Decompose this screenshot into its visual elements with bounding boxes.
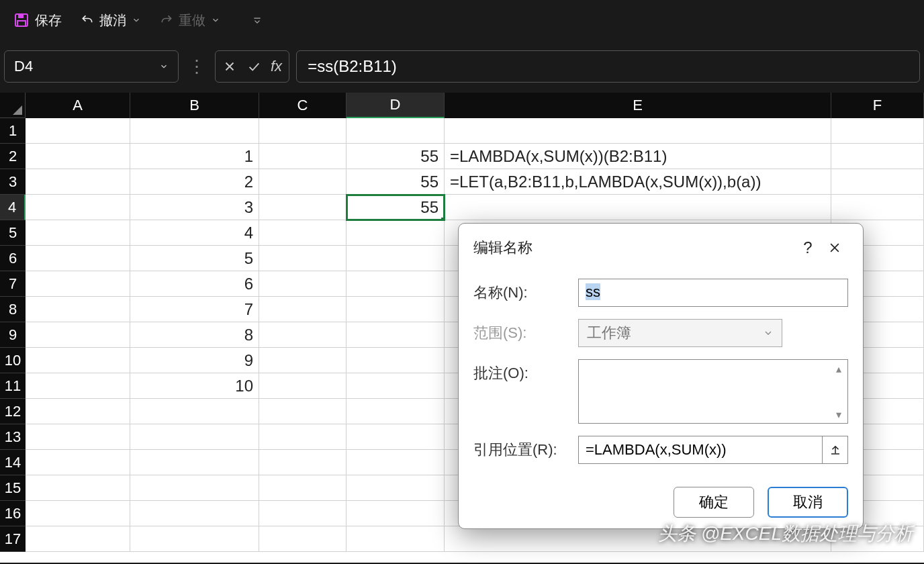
chevron-down-icon[interactable] [211, 15, 220, 25]
name-box[interactable]: D4 [4, 50, 179, 83]
cell-D9[interactable] [346, 322, 445, 348]
cell-B11[interactable]: 10 [130, 373, 259, 399]
cell-B3[interactable]: 2 [130, 169, 259, 195]
comment-textarea[interactable]: ▴ ▾ [578, 359, 848, 424]
ok-button[interactable]: 确定 [674, 487, 754, 518]
cell-D13[interactable] [346, 424, 445, 450]
chevron-down-icon[interactable] [132, 15, 141, 25]
cell-D5[interactable] [346, 220, 445, 246]
cell-C6[interactable] [259, 246, 346, 271]
select-all-corner[interactable] [0, 93, 26, 118]
cell-B16[interactable] [130, 501, 259, 526]
formula-input[interactable]: =ss(B2:B11) [296, 50, 920, 83]
cell-A1[interactable] [26, 118, 130, 144]
cell-A4[interactable] [26, 195, 130, 220]
cell-A8[interactable] [26, 297, 130, 322]
cell-B17[interactable] [130, 526, 259, 552]
cell-C15[interactable] [259, 475, 346, 501]
cell-B7[interactable]: 6 [130, 271, 259, 297]
close-button[interactable] [821, 234, 848, 261]
cell-A16[interactable] [26, 501, 130, 526]
scroll-up-icon[interactable]: ▴ [831, 361, 846, 376]
cell-E4[interactable] [445, 195, 831, 220]
row-header-6[interactable]: 6 [0, 246, 26, 271]
cell-D16[interactable] [346, 501, 445, 526]
cell-E2[interactable]: =LAMBDA(x,SUM(x))(B2:B11) [445, 144, 831, 169]
row-header-1[interactable]: 1 [0, 118, 26, 144]
scroll-down-icon[interactable]: ▾ [831, 407, 846, 422]
collapse-dialog-button[interactable] [823, 436, 848, 464]
name-input[interactable]: ss [578, 279, 848, 307]
cell-C9[interactable] [259, 322, 346, 348]
cell-A3[interactable] [26, 169, 130, 195]
cell-D2[interactable]: 55 [346, 144, 445, 169]
cell-A14[interactable] [26, 450, 130, 475]
cell-B13[interactable] [130, 424, 259, 450]
cancel-icon[interactable] [222, 59, 237, 74]
cell-C2[interactable] [259, 144, 346, 169]
cell-D6[interactable] [346, 246, 445, 271]
cell-A12[interactable] [26, 399, 130, 424]
row-header-3[interactable]: 3 [0, 169, 26, 195]
cell-D4[interactable]: 55 [346, 195, 445, 220]
cell-F3[interactable] [831, 169, 924, 195]
cell-C1[interactable] [259, 118, 346, 144]
row-header-11[interactable]: 11 [0, 373, 26, 399]
row-header-5[interactable]: 5 [0, 220, 26, 246]
fx-icon[interactable]: fx [271, 58, 282, 75]
cell-F1[interactable] [831, 118, 924, 144]
cell-D17[interactable] [346, 526, 445, 552]
cell-D14[interactable] [346, 450, 445, 475]
cell-F4[interactable] [831, 195, 924, 220]
cell-A2[interactable] [26, 144, 130, 169]
row-header-8[interactable]: 8 [0, 297, 26, 322]
cell-B2[interactable]: 1 [130, 144, 259, 169]
column-header-E[interactable]: E [445, 93, 831, 118]
column-header-F[interactable]: F [831, 93, 924, 118]
cell-A15[interactable] [26, 475, 130, 501]
refers-input[interactable]: =LAMBDA(x,SUM(x)) [578, 436, 823, 464]
cell-D3[interactable]: 55 [346, 169, 445, 195]
cell-C17[interactable] [259, 526, 346, 552]
undo-button[interactable]: 撤消 [74, 7, 148, 34]
customize-qat[interactable] [246, 11, 269, 29]
cell-D7[interactable] [346, 271, 445, 297]
cell-C10[interactable] [259, 348, 346, 373]
column-header-A[interactable]: A [26, 93, 130, 118]
cell-A6[interactable] [26, 246, 130, 271]
row-header-14[interactable]: 14 [0, 450, 26, 475]
row-header-7[interactable]: 7 [0, 271, 26, 297]
cell-B6[interactable]: 5 [130, 246, 259, 271]
row-header-4[interactable]: 4 [0, 195, 26, 220]
cell-B5[interactable]: 4 [130, 220, 259, 246]
cell-C12[interactable] [259, 399, 346, 424]
cell-C14[interactable] [259, 450, 346, 475]
row-header-9[interactable]: 9 [0, 322, 26, 348]
cell-B1[interactable] [130, 118, 259, 144]
cell-C11[interactable] [259, 373, 346, 399]
cell-B10[interactable]: 9 [130, 348, 259, 373]
cell-B12[interactable] [130, 399, 259, 424]
redo-button[interactable]: 重做 [153, 7, 227, 34]
save-button[interactable]: 保存 [7, 7, 68, 34]
cell-A11[interactable] [26, 373, 130, 399]
row-header-16[interactable]: 16 [0, 501, 26, 526]
cell-A5[interactable] [26, 220, 130, 246]
cell-E3[interactable]: =LET(a,B2:B11,b,LAMBDA(x,SUM(x)),b(a)) [445, 169, 831, 195]
cell-D8[interactable] [346, 297, 445, 322]
cell-C8[interactable] [259, 297, 346, 322]
row-header-15[interactable]: 15 [0, 475, 26, 501]
cell-D1[interactable] [346, 118, 445, 144]
cell-A13[interactable] [26, 424, 130, 450]
confirm-icon[interactable] [246, 59, 261, 74]
cell-A7[interactable] [26, 271, 130, 297]
cell-D10[interactable] [346, 348, 445, 373]
cell-D11[interactable] [346, 373, 445, 399]
cell-C5[interactable] [259, 220, 346, 246]
cell-A9[interactable] [26, 322, 130, 348]
column-header-C[interactable]: C [259, 93, 346, 118]
column-header-D[interactable]: D [346, 93, 445, 118]
cell-B14[interactable] [130, 450, 259, 475]
cell-B8[interactable]: 7 [130, 297, 259, 322]
row-header-10[interactable]: 10 [0, 348, 26, 373]
